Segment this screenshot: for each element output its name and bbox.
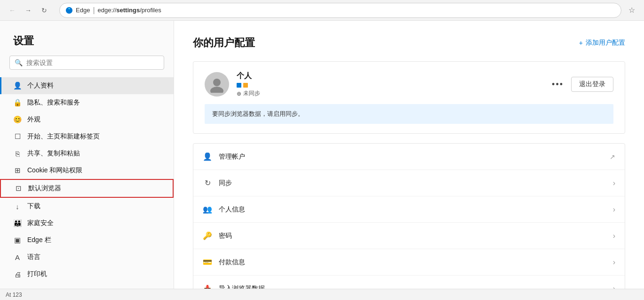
sidebar-item-cookies[interactable]: ⊞Cookie 和网站权限 [0, 162, 174, 179]
add-profile-button[interactable]: + 添加用户配置 [579, 39, 625, 47]
search-box[interactable]: 🔍 [9, 56, 164, 70]
statusbar: At 123 [0, 289, 644, 300]
edgebar-icon: ▣ [13, 236, 22, 244]
language-label: 语言 [27, 253, 40, 261]
startpage-icon: ☐ [13, 132, 22, 141]
back-button[interactable]: ← [6, 4, 19, 17]
startpage-label: 开始、主页和新建标签页 [27, 132, 100, 141]
content-area: 你的用户配置 + 添加用户配置 个人 [174, 21, 644, 300]
add-profile-label: 添加用户配置 [586, 39, 625, 47]
sync-notice: 要同步浏览器数据，请启用同步。 [205, 104, 613, 124]
profile-sync: ⊕ 未同步 [237, 89, 544, 97]
privacy-icon: 🔒 [13, 98, 22, 107]
password-icon: 🔑 [203, 231, 212, 241]
sidebar-item-startpage[interactable]: ☐开始、主页和新建标签页 [0, 128, 174, 145]
forward-button[interactable]: → [22, 4, 35, 17]
menu-item-password[interactable]: 🔑密码› [193, 223, 625, 249]
avatar [205, 72, 229, 97]
titlebar: ← → ↻ Edge | edge://settings/profiles ☆ [0, 0, 644, 21]
payment-label: 付款信息 [219, 258, 606, 267]
url-suffix: /profiles [140, 7, 161, 14]
menu-list: 👤管理帐户↗↻同步›👥个人信息›🔑密码›💳付款信息›📥导入浏览器数据› [193, 143, 625, 300]
edgebar-label: Edge 栏 [27, 236, 51, 244]
page-title: 你的用户配置 [193, 36, 255, 50]
payment-arrow: › [613, 258, 615, 267]
svg-point-0 [213, 79, 221, 86]
downloads-label: 下载 [27, 202, 40, 211]
address-url: edge://settings/profiles [98, 7, 161, 14]
sync-icon: ↻ [203, 178, 212, 188]
profile-actions: ••• 退出登录 [552, 77, 613, 92]
edge-logo-icon [65, 7, 73, 14]
familysafety-icon: 👪 [13, 219, 22, 227]
sidebar-title: 设置 [0, 21, 174, 56]
sidebar-item-share[interactable]: ⎘共享、复制和粘贴 [0, 145, 174, 162]
profile-info: 个人 ⊕ 未同步 [237, 71, 544, 97]
sidebar-item-language[interactable]: A语言 [0, 249, 174, 266]
sync-icon: ⊕ [237, 90, 241, 97]
downloads-icon: ↓ [13, 202, 22, 211]
main-layout: 设置 🔍 👤个人资料🔒隐私、搜索和服务😊外观☐开始、主页和新建标签页⎘共享、复制… [0, 21, 644, 300]
sidebar: 设置 🔍 👤个人资料🔒隐私、搜索和服务😊外观☐开始、主页和新建标签页⎘共享、复制… [0, 21, 174, 300]
plus-icon: + [579, 39, 583, 47]
profile-top: 个人 ⊕ 未同步 ••• 退出登录 [205, 71, 613, 97]
profiles-label: 个人资料 [27, 81, 54, 90]
printer-icon: 🖨 [13, 270, 22, 278]
sidebar-item-printer[interactable]: 🖨打印机 [0, 266, 174, 283]
cookies-label: Cookie 和网站权限 [27, 166, 82, 175]
browser-name: Edge [76, 7, 90, 14]
sidebar-item-appearance[interactable]: 😊外观 [0, 111, 174, 128]
sidebar-item-profiles[interactable]: 👤个人资料 [0, 77, 174, 94]
defaultbrowser-icon: ⊡ [14, 184, 23, 193]
profile-dot [243, 83, 248, 88]
password-label: 密码 [219, 232, 606, 240]
sidebar-item-privacy[interactable]: 🔒隐私、搜索和服务 [0, 94, 174, 111]
manage-account-arrow: ↗ [610, 153, 615, 161]
menu-item-manage-account[interactable]: 👤管理帐户↗ [193, 144, 625, 170]
familysafety-label: 家庭安全 [27, 219, 54, 227]
nav-buttons: ← → ↻ [6, 4, 51, 17]
profile-name: 个人 [237, 71, 544, 81]
manage-account-icon: 👤 [203, 152, 212, 162]
profile-dots-row [237, 83, 544, 88]
sync-label: 同步 [219, 179, 606, 187]
menu-item-payment[interactable]: 💳付款信息› [193, 249, 625, 276]
profile-dot [237, 83, 241, 88]
profiles-icon: 👤 [13, 81, 22, 90]
sidebar-item-defaultbrowser[interactable]: ⊡默认浏览器 [0, 179, 174, 198]
status-text: At 123 [6, 292, 22, 298]
favorites-button[interactable]: ☆ [625, 4, 638, 17]
cookies-icon: ⊞ [13, 166, 22, 175]
url-bold: settings [116, 7, 140, 14]
search-icon: 🔍 [15, 59, 23, 66]
sync-status: 未同步 [243, 89, 260, 97]
personal-info-arrow: › [613, 205, 615, 214]
sidebar-item-edgebar[interactable]: ▣Edge 栏 [0, 232, 174, 249]
privacy-label: 隐私、搜索和服务 [27, 98, 80, 107]
menu-item-sync[interactable]: ↻同步› [193, 170, 625, 196]
content-header: 你的用户配置 + 添加用户配置 [193, 36, 625, 50]
toolbar-right: ☆ [625, 4, 638, 17]
manage-account-label: 管理帐户 [219, 153, 603, 161]
logout-button[interactable]: 退出登录 [571, 77, 613, 92]
profile-card: 个人 ⊕ 未同步 ••• 退出登录 要同步浏览器数据，请启用同步。 [193, 61, 625, 134]
share-icon: ⎘ [13, 149, 22, 158]
search-input[interactable] [26, 59, 159, 66]
url-prefix: edge:// [98, 7, 117, 14]
sidebar-nav: 👤个人资料🔒隐私、搜索和服务😊外观☐开始、主页和新建标签页⎘共享、复制和粘贴⊞C… [0, 77, 174, 283]
address-separator: | [93, 6, 95, 15]
personal-info-label: 个人信息 [219, 205, 606, 214]
payment-icon: 💳 [203, 258, 212, 267]
appearance-label: 外观 [27, 115, 40, 124]
refresh-button[interactable]: ↻ [38, 4, 51, 17]
language-icon: A [13, 253, 22, 261]
sidebar-item-downloads[interactable]: ↓下载 [0, 198, 174, 215]
svg-point-1 [210, 87, 223, 93]
more-options-button[interactable]: ••• [552, 80, 564, 89]
password-arrow: › [613, 232, 615, 240]
address-bar[interactable]: Edge | edge://settings/profiles [59, 3, 621, 18]
personal-info-icon: 👥 [203, 205, 212, 214]
sidebar-item-familysafety[interactable]: 👪家庭安全 [0, 215, 174, 232]
menu-item-personal-info[interactable]: 👥个人信息› [193, 196, 625, 223]
defaultbrowser-label: 默认浏览器 [28, 184, 61, 193]
